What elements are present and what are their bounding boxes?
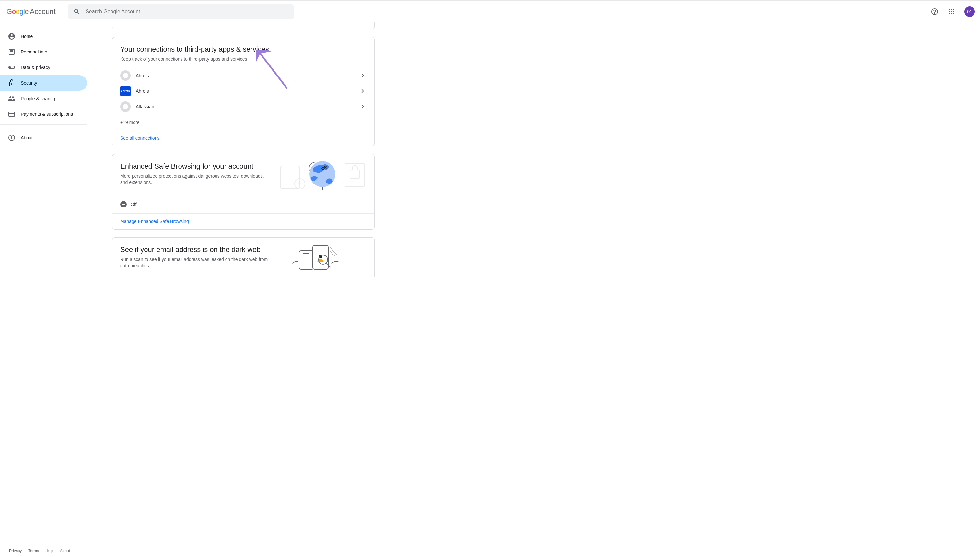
apps-button[interactable] [945, 5, 958, 18]
home-icon [8, 33, 16, 40]
search-box[interactable] [68, 4, 294, 20]
app-name: Ahrefs [136, 73, 359, 78]
lock-icon [8, 79, 16, 87]
footer-privacy[interactable]: Privacy [9, 549, 22, 553]
search-icon [73, 8, 81, 16]
sidebar-item-about[interactable]: About [0, 130, 87, 146]
sidebar-item-data-privacy[interactable]: Data & privacy [0, 60, 87, 75]
svg-rect-1 [280, 166, 300, 189]
footer-help[interactable]: Help [46, 549, 54, 553]
app-icon [120, 70, 131, 81]
app-icon: ahrefs [120, 86, 131, 96]
connection-row[interactable]: ahrefs Ahrefs [112, 83, 374, 99]
google-logo: Google [7, 7, 29, 16]
info-icon [8, 134, 16, 142]
sidebar: Home Personal info Data & privacy Securi… [0, 22, 91, 557]
safe-browsing-title: Enhanced Safe Browsing for your account [120, 162, 269, 171]
app-icon [120, 101, 131, 112]
google-account-logo[interactable]: Google Account [5, 7, 56, 16]
footer-about[interactable]: About [60, 549, 70, 553]
connections-title: Your connections to third-party apps & s… [120, 45, 367, 54]
search-input[interactable] [86, 9, 288, 15]
app-name: Ahrefs [136, 88, 359, 94]
footer-terms[interactable]: Terms [28, 549, 39, 553]
svg-point-5 [309, 161, 335, 187]
svg-rect-9 [350, 170, 360, 178]
connections-subtitle: Keep track of your connections to third-… [120, 56, 367, 63]
safe-browsing-status: Off [112, 197, 374, 213]
sidebar-item-label: People & sharing [21, 96, 55, 101]
sidebar-item-home[interactable]: Home [0, 29, 87, 44]
connections-card: Your connections to third-party apps & s… [112, 37, 375, 146]
svg-rect-8 [345, 163, 364, 187]
apps-icon [947, 8, 956, 16]
header-actions: 01 [928, 5, 975, 18]
connection-row[interactable]: Ahrefs [112, 68, 374, 83]
sidebar-item-security[interactable]: Security [0, 75, 87, 91]
help-icon [931, 8, 939, 16]
sidebar-item-label: Security [21, 80, 37, 86]
avatar[interactable]: 01 [964, 7, 975, 17]
chevron-right-icon [359, 103, 367, 111]
personal-info-icon [8, 48, 16, 56]
status-off-icon [120, 201, 127, 207]
svg-line-16 [330, 248, 338, 256]
sidebar-item-people-sharing[interactable]: People & sharing [0, 91, 87, 106]
chevron-right-icon [359, 72, 367, 80]
svg-line-17 [330, 251, 335, 256]
header: Google Account 01 [0, 1, 980, 22]
sidebar-item-personal-info[interactable]: Personal info [0, 44, 87, 60]
sidebar-item-label: Personal info [21, 49, 47, 54]
safe-browsing-illustration [277, 154, 374, 197]
help-button[interactable] [928, 5, 941, 18]
app-name: Atlassian [136, 104, 359, 109]
footer-links: Privacy Terms Help About [9, 549, 70, 553]
chevron-right-icon [359, 87, 367, 95]
sidebar-item-label: Home [21, 34, 33, 39]
toggle-icon [8, 64, 16, 71]
connection-row[interactable]: Atlassian [112, 99, 374, 114]
sidebar-item-label: Data & privacy [21, 65, 50, 70]
safe-browsing-card: Enhanced Safe Browsing for your account … [112, 154, 375, 230]
svg-point-4 [301, 182, 301, 183]
more-connections[interactable]: +19 more [112, 117, 374, 130]
status-label: Off [131, 202, 137, 207]
safe-browsing-subtitle: More personalized protections against da… [120, 173, 269, 186]
dark-web-illustration [277, 238, 374, 277]
sidebar-item-label: Payments & subscriptions [21, 112, 73, 117]
people-icon [8, 94, 16, 103]
manage-safe-browsing-link[interactable]: Manage Enhanced Safe Browsing [112, 213, 374, 229]
svg-point-3 [299, 182, 299, 183]
dark-web-card: See if your email address is on the dark… [112, 237, 375, 277]
dark-web-subtitle: Run a scan to see if your email address … [120, 256, 269, 269]
dark-web-title: See if your email address is on the dark… [120, 246, 269, 254]
see-all-connections-link[interactable]: See all connections [112, 130, 374, 146]
account-label: Account [30, 7, 56, 16]
sidebar-item-label: About [21, 135, 33, 140]
devices-scan-illustration-icon [289, 244, 354, 270]
card-stub [112, 22, 375, 29]
sidebar-item-payments[interactable]: Payments & subscriptions [0, 106, 87, 122]
globe-illustration-icon [277, 160, 367, 192]
card-icon [8, 110, 16, 118]
nav-separator [0, 124, 87, 125]
